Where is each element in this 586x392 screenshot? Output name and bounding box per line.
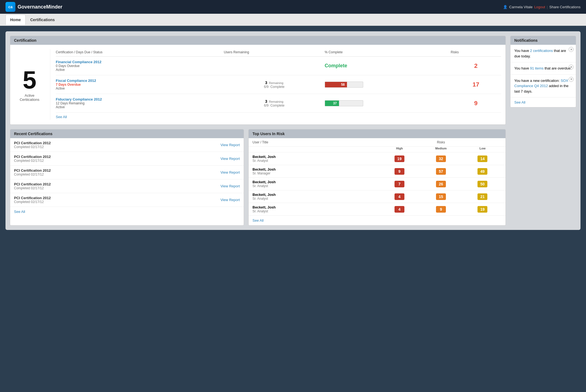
- recent-cert-footer: See All: [10, 207, 244, 216]
- cert-see-all-link[interactable]: See All: [56, 113, 501, 120]
- risk-user-1: Beckett, Josh Sr. Analyst: [252, 155, 380, 163]
- risk-row-5: Beckett, Josh Sr. Analyst 4 9 19: [249, 203, 506, 216]
- user-icon: 👤: [503, 5, 507, 9]
- cert-complete-text: Complete: [325, 63, 347, 68]
- risk-col-user: User / Title: [252, 140, 380, 144]
- progress-label-fiduciary: 37: [333, 101, 338, 105]
- risk-user-title-3: Sr. Analyst: [252, 184, 380, 188]
- notif-close-2[interactable]: ✕: [569, 65, 574, 69]
- notif-text-after-2: that are overdue.: [545, 66, 571, 70]
- risk-user-title-5: Sr. Analyst: [252, 209, 380, 213]
- risk-table-header: User / Title Risks: [249, 138, 506, 147]
- view-report-link-3[interactable]: View Report: [220, 170, 240, 174]
- recent-cert-info-3: PCI Certification 2012 Completed 02/17/1…: [14, 168, 51, 176]
- recent-cert-info-2: PCI Certification 2012 Completed 02/17/1…: [14, 155, 51, 163]
- risk-see-all[interactable]: See All: [252, 218, 502, 223]
- risk-medium-badge-4: 15: [436, 193, 446, 200]
- cert-progress-fiduciary: 37: [325, 100, 451, 106]
- risk-user-name-1: Beckett, Josh: [252, 155, 380, 159]
- view-report-link-5[interactable]: View Report: [220, 198, 240, 202]
- recent-cert-name-5: PCI Certification 2012: [14, 196, 51, 200]
- content-area: Certification 5 ActiveCertiications Cert…: [5, 31, 581, 230]
- risk-user-2: Beckett, Josh Sr. Manager: [252, 167, 380, 175]
- risk-user-title-2: Sr. Manager: [252, 171, 380, 175]
- cert-days-fiscal: 7 Days Overdue: [56, 83, 224, 87]
- risk-high-2: 9: [380, 168, 419, 175]
- risk-subheader: High Medium Low: [249, 147, 506, 152]
- view-report-link-2[interactable]: View Report: [220, 157, 240, 161]
- cert-table-header: Certification / Days Due / Status Users …: [56, 49, 501, 57]
- risk-medium-4: 15: [419, 193, 463, 200]
- risk-user-name-2: Beckett, Josh: [252, 167, 380, 171]
- cert-link-fiduciary[interactable]: Fiduciary Compliance 2012: [56, 97, 102, 101]
- top-users-risk-panel: Top Users In Risk User / Title Risks Hig…: [248, 129, 506, 226]
- logout-link[interactable]: Logout: [534, 5, 545, 9]
- col-risks: Risks: [451, 50, 501, 54]
- cert-count-number: 5: [23, 68, 36, 92]
- col-users-remaining: Users Remaining: [224, 50, 325, 54]
- risk-low-2: 49: [463, 168, 502, 175]
- notif-text-before-1: You have: [514, 49, 530, 53]
- risk-row-3: Beckett, Josh Sr. Analyst 7 26 50: [249, 178, 506, 190]
- risk-high-badge-1: 19: [395, 155, 404, 162]
- progress-fill-fiduciary: 37: [325, 101, 339, 106]
- recent-cert-date-4: Completed 02/17/12: [14, 186, 51, 190]
- divider: |: [547, 5, 548, 9]
- notif-link-2[interactable]: 91 items: [530, 66, 543, 70]
- risk-medium-badge-2: 57: [436, 168, 446, 175]
- risk-subheader-high: High: [380, 147, 419, 150]
- cert-count-area: 5 ActiveCertiications: [15, 49, 50, 120]
- notif-see-all-link[interactable]: See All: [514, 100, 572, 104]
- view-report-link-1[interactable]: View Report: [220, 143, 240, 147]
- notif-text-before-3: You have a new certification:: [514, 79, 561, 83]
- notif-link-1[interactable]: 2 certifications: [530, 49, 553, 53]
- risk-low-1: 14: [463, 155, 502, 162]
- certification-body: 5 ActiveCertiications Certification / Da…: [10, 45, 506, 124]
- certification-panel-header: Certification: [10, 36, 506, 45]
- view-report-link-4[interactable]: View Report: [220, 184, 240, 188]
- notif-close-1[interactable]: ✕: [569, 47, 574, 52]
- cert-table: Certification / Days Due / Status Users …: [56, 49, 501, 120]
- risk-low-4: 21: [463, 193, 502, 200]
- header: ca GovernanceMinder 👤 Carmela Vitale Log…: [0, 0, 586, 14]
- cert-link-financial[interactable]: Financial Compliance 2012: [56, 60, 101, 64]
- recent-cert-row-4: PCI Certification 2012 Completed 02/17/1…: [10, 179, 244, 193]
- share-certifications-link[interactable]: Share Certifications: [549, 5, 581, 9]
- progress-bar-fiduciary: 37: [325, 100, 363, 106]
- recent-cert-panel-header: Recent Certifications: [10, 129, 244, 138]
- cert-row-fiscal-info: Fiscal Compliance 2012 7 Days Overdue Ac…: [56, 79, 224, 90]
- notif-item-3: You have a new certification: SOX Compli…: [510, 75, 576, 98]
- recent-cert-name-1: PCI Certification 2012: [14, 141, 51, 145]
- risk-subheader-medium: Medium: [419, 147, 463, 150]
- risk-panel-footer: See All: [249, 216, 506, 225]
- risk-medium-badge-1: 32: [436, 155, 446, 162]
- notif-item-1: You have 2 certifications that are due t…: [510, 45, 576, 62]
- cert-link-fiscal[interactable]: Fiscal Compliance 2012: [56, 79, 96, 83]
- cert-risks-fiscal: 17: [451, 81, 501, 88]
- cert-row-financial-info: Financial Compliance 2012 0 Days Overdue…: [56, 60, 224, 72]
- recent-cert-see-all[interactable]: See All: [14, 210, 240, 214]
- recent-certifications-panel: Recent Certifications PCI Certification …: [10, 129, 244, 226]
- recent-cert-name-2: PCI Certification 2012: [14, 155, 51, 159]
- cert-status-financial: Active: [56, 68, 224, 72]
- recent-cert-row-2: PCI Certification 2012 Completed 02/17/1…: [10, 152, 244, 166]
- progress-bar-fiscal: 58: [325, 82, 363, 88]
- tab-certifications[interactable]: Certifications: [26, 15, 59, 25]
- recent-cert-row-5: PCI Certification 2012 Completed 02/17/1…: [10, 193, 244, 207]
- risk-medium-badge-3: 26: [436, 181, 446, 187]
- risk-high-badge-2: 9: [395, 168, 404, 175]
- risk-user-title-4: Sr. Analyst: [252, 197, 380, 201]
- cert-days-financial: 0 Days Overdue: [56, 64, 224, 68]
- risk-medium-5: 9: [419, 206, 463, 213]
- risk-row-1: Beckett, Josh Sr. Analyst 19 32 14: [249, 152, 506, 165]
- risk-panel-header: Top Users In Risk: [249, 129, 506, 138]
- notif-close-3[interactable]: ✕: [569, 77, 574, 82]
- progress-fill-fiscal: 58: [325, 82, 347, 87]
- bottom-panels: Recent Certifications PCI Certification …: [10, 129, 506, 226]
- risk-medium-1: 32: [419, 155, 463, 162]
- risk-low-badge-4: 21: [477, 193, 487, 200]
- recent-cert-row-3: PCI Certification 2012 Completed 02/17/1…: [10, 166, 244, 179]
- tab-home[interactable]: Home: [5, 15, 26, 25]
- risk-low-badge-1: 14: [477, 155, 487, 162]
- recent-cert-name-4: PCI Certification 2012: [14, 182, 51, 186]
